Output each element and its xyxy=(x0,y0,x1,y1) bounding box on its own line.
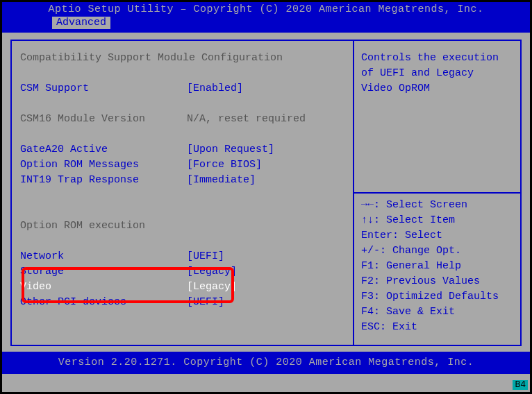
csm-support-value: [Enabled] xyxy=(187,81,243,96)
help-line-2: of UEFI and Legacy xyxy=(361,66,513,81)
oprom-msg-row[interactable]: Option ROM Messages [Force BIOS] xyxy=(20,157,344,173)
key-f1: F1: General Help xyxy=(361,259,513,274)
header-bar: Aptio Setup Utility – Copyright (C) 2020… xyxy=(2,2,530,33)
oprom-msg-value: [Force BIOS] xyxy=(187,157,262,173)
oprom-exec-heading: Option ROM execution xyxy=(20,219,344,234)
gatea20-row[interactable]: GateA20 Active [Upon Request] xyxy=(20,142,344,157)
footer-bar: Version 2.20.1271. Copyright (C) 2020 Am… xyxy=(2,352,530,374)
key-select-screen: →←: Select Screen xyxy=(361,198,513,213)
corner-badge: B4 xyxy=(513,380,528,390)
int19-value: [Immediate] xyxy=(187,173,256,188)
oprom-msg-label: Option ROM Messages xyxy=(20,157,187,173)
other-pci-value: [UEFI] xyxy=(187,295,224,310)
other-pci-row[interactable]: Other PCI devices [UEFI] xyxy=(20,295,344,310)
help-line-3: Video OpROM xyxy=(361,81,513,96)
help-divider xyxy=(354,192,520,194)
int19-label: INT19 Trap Response xyxy=(20,173,187,188)
help-line-1: Controls the execution xyxy=(361,51,513,66)
int19-row[interactable]: INT19 Trap Response [Immediate] xyxy=(20,173,344,188)
section-title: Compatibility Support Module Configurati… xyxy=(20,51,344,66)
video-row[interactable]: Video [Legacy] xyxy=(20,280,344,295)
other-pci-label: Other PCI devices xyxy=(20,295,187,310)
key-select-item: ↑↓: Select Item xyxy=(361,213,513,228)
csm16-label: CSM16 Module Version xyxy=(20,112,187,127)
bios-frame: Aptio Setup Utility – Copyright (C) 2020… xyxy=(0,0,532,394)
csm16-value: N/A, reset required xyxy=(187,112,306,127)
storage-row[interactable]: Storage [Legacy] xyxy=(20,264,344,280)
video-value: [Legacy] xyxy=(187,280,237,295)
help-panel: Controls the execution of UEFI and Legac… xyxy=(354,40,522,346)
storage-label: Storage xyxy=(20,264,187,280)
tab-row: Advanced xyxy=(2,17,530,29)
csm16-row: CSM16 Module Version N/A, reset required xyxy=(20,112,344,127)
video-label: Video xyxy=(20,280,187,295)
network-label: Network xyxy=(20,249,187,264)
network-value: [UEFI] xyxy=(187,249,224,264)
key-f3: F3: Optimized Defaults xyxy=(361,289,513,305)
storage-value: [Legacy] xyxy=(187,264,237,280)
key-esc: ESC: Exit xyxy=(361,320,513,335)
csm-support-row[interactable]: CSM Support [Enabled] xyxy=(20,81,344,96)
tab-advanced[interactable]: Advanced xyxy=(52,17,110,29)
key-hints: →←: Select Screen ↑↓: Select Item Enter:… xyxy=(361,198,513,335)
key-f2: F2: Previous Values xyxy=(361,274,513,289)
gatea20-value: [Upon Request] xyxy=(187,142,274,157)
key-f4: F4: Save & Exit xyxy=(361,305,513,320)
gatea20-label: GateA20 Active xyxy=(20,142,187,157)
key-change-opt: +/-: Change Opt. xyxy=(361,243,513,259)
csm-support-label: CSM Support xyxy=(20,81,187,96)
help-text: Controls the execution of UEFI and Legac… xyxy=(361,51,513,96)
network-row[interactable]: Network [UEFI] xyxy=(20,249,344,264)
main-area: Compatibility Support Module Configurati… xyxy=(2,33,530,352)
settings-panel: Compatibility Support Module Configurati… xyxy=(10,40,354,346)
key-enter: Enter: Select xyxy=(361,228,513,243)
header-title: Aptio Setup Utility – Copyright (C) 2020… xyxy=(2,2,530,15)
